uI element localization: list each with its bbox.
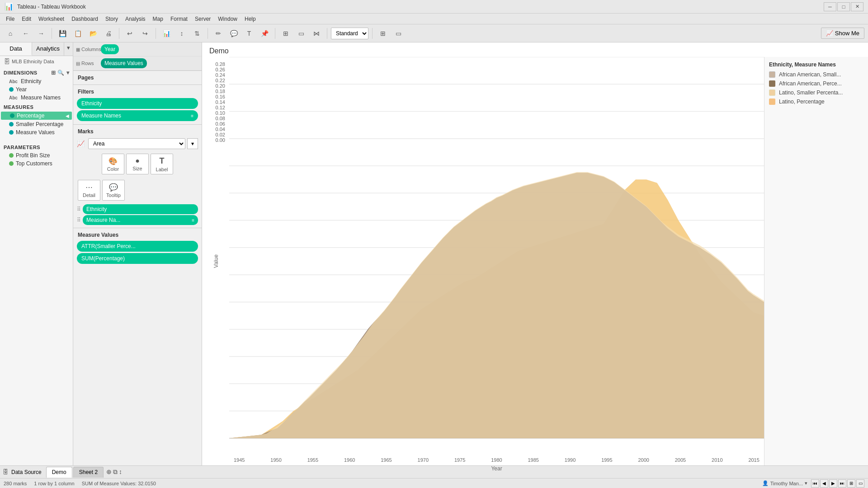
- close-button[interactable]: ✕: [851, 2, 863, 11]
- share-button[interactable]: ⋈: [310, 27, 323, 40]
- add-tab-icon[interactable]: ⊕: [106, 468, 112, 476]
- menu-server[interactable]: Server: [191, 15, 214, 23]
- pin-button[interactable]: 📌: [258, 27, 271, 40]
- presentation-button[interactable]: ▭: [294, 27, 308, 40]
- forward-button[interactable]: →: [34, 27, 48, 40]
- status-user[interactable]: 👤 Timothy Man... ▾: [762, 480, 807, 486]
- grid-icon[interactable]: ⊞: [51, 70, 56, 76]
- caption-button[interactable]: ▭: [392, 27, 405, 40]
- detail-button[interactable]: ⋯ Detail: [78, 180, 100, 201]
- nav-next-button[interactable]: ▶: [829, 479, 837, 488]
- dimension-ethnicity[interactable]: Abc Ethnicity: [0, 77, 73, 85]
- legend-item-2: Latino, Smaller Percenta...: [769, 89, 863, 96]
- measure-measure-values[interactable]: Measure Values: [0, 128, 73, 136]
- measure-values-section: Measure Values ATTR(Smaller Perce... SUM…: [73, 228, 202, 267]
- data-source-item[interactable]: 🗄 MLB Ethnicity Data: [0, 56, 73, 67]
- marks-ethnicity-pill[interactable]: Ethnicity: [83, 204, 198, 214]
- dot-icon-top-customers: [9, 161, 14, 166]
- toolbar-sep-6: [327, 28, 327, 39]
- menu-format[interactable]: Format: [167, 15, 191, 23]
- sort-asc-button[interactable]: ↕: [175, 27, 189, 40]
- nav-last-button[interactable]: ⏭: [838, 479, 846, 488]
- filter-measure-names[interactable]: Measure Names ≡: [77, 110, 198, 121]
- show-me-button[interactable]: 📈 Show Me: [821, 28, 864, 39]
- chart-type-button[interactable]: 📊: [160, 27, 173, 40]
- label-button[interactable]: T: [242, 27, 256, 40]
- marks-measure-names-label: Measure Na...: [86, 217, 120, 223]
- grid-button[interactable]: ⊞: [376, 27, 390, 40]
- filter-ethnicity[interactable]: Ethnicity: [77, 98, 198, 109]
- title-bar: 📊 Tableau - Tableau Workbook ─ □ ✕: [0, 0, 868, 14]
- abc-icon-ethnicity: Abc: [9, 79, 18, 84]
- duplicate-tab-icon[interactable]: ⧉: [113, 468, 118, 476]
- dimension-year[interactable]: Year: [0, 85, 73, 94]
- nav-grid-button[interactable]: ⊞: [847, 479, 855, 488]
- menu-window[interactable]: Window: [214, 15, 241, 23]
- dot-icon-profit-bin: [9, 153, 14, 158]
- open-button[interactable]: 📂: [86, 27, 100, 40]
- minimize-button[interactable]: ─: [824, 2, 836, 11]
- mv-sum-percentage[interactable]: SUM(Percentage): [77, 253, 198, 264]
- search-icon[interactable]: 🔍: [57, 70, 65, 76]
- sort-desc-button[interactable]: ⇅: [190, 27, 204, 40]
- tooltip-button[interactable]: 💬: [227, 27, 241, 40]
- x-1950: 1950: [270, 457, 281, 463]
- toolbar: ⌂ ← → 💾 📋 📂 🖨 ↩ ↪ 📊 ↕ ⇅ ✏ 💬 T 📌 ⊞ ▭ ⋈ St…: [0, 24, 868, 42]
- nav-present-button[interactable]: ▭: [856, 479, 864, 488]
- undo-button[interactable]: ↩: [123, 27, 137, 40]
- menu-edit[interactable]: Edit: [18, 15, 35, 23]
- tab-data[interactable]: Data: [0, 42, 32, 56]
- data-source-tab[interactable]: Data Source: [11, 469, 42, 475]
- data-source-icon[interactable]: 🗄: [3, 469, 9, 475]
- maximize-button[interactable]: □: [837, 2, 850, 11]
- x-1980: 1980: [491, 457, 502, 463]
- marks-type-select[interactable]: Area: [88, 138, 185, 149]
- y-axis-values: 0.28 0.26 0.24 0.22 0.20 0.18 0.16 0.14 …: [202, 57, 227, 159]
- menu-story[interactable]: Story: [102, 15, 122, 23]
- menu-analysis[interactable]: Analysis: [122, 15, 149, 23]
- nav-prev-button[interactable]: ◀: [820, 479, 828, 488]
- window-controls: ─ □ ✕: [824, 2, 863, 11]
- nav-first-button[interactable]: ⏮: [811, 479, 819, 488]
- menu-dashboard[interactable]: Dashboard: [68, 15, 102, 23]
- drag-dots-measure-names: ⠿: [77, 217, 81, 223]
- measure-percentage[interactable]: Percentage ◀: [1, 112, 72, 120]
- y-val-016: 0.16: [206, 94, 225, 99]
- sidebar-options-icon[interactable]: ▾: [64, 42, 73, 56]
- fit-button[interactable]: ⊞: [279, 27, 292, 40]
- menu-file[interactable]: File: [2, 15, 18, 23]
- sort-tab-icon[interactable]: ↕: [119, 468, 122, 476]
- marks-type-dropdown[interactable]: ▾: [187, 138, 198, 149]
- chart-area: Demo Value 0.28 0.26 0.24 0.22 0.20 0.18…: [202, 42, 868, 465]
- home-button[interactable]: ⌂: [4, 27, 17, 40]
- save-button[interactable]: 💾: [56, 27, 69, 40]
- menu-map[interactable]: Map: [149, 15, 167, 23]
- field-name-measure-vals: Measure Values: [16, 129, 55, 136]
- marks-measure-names-pill[interactable]: Measure Na... ≡: [83, 215, 198, 225]
- menu-worksheet[interactable]: Worksheet: [35, 15, 68, 23]
- measure-smaller-percentage[interactable]: Smaller Percentage: [0, 120, 73, 128]
- redo-button[interactable]: ↪: [138, 27, 152, 40]
- print-button[interactable]: 🖨: [102, 27, 115, 40]
- year-pill[interactable]: Year: [101, 44, 119, 54]
- param-profit-bin[interactable]: Profit Bin Size: [0, 151, 73, 160]
- tab-sheet2[interactable]: Sheet 2: [73, 467, 104, 478]
- tooltip-button-marks[interactable]: 💬 Tooltip: [102, 180, 125, 201]
- color-button[interactable]: 🎨 Color: [102, 154, 124, 174]
- tab-analytics[interactable]: Analytics: [32, 42, 64, 56]
- new-button[interactable]: 📋: [71, 27, 85, 40]
- dimension-measure-names[interactable]: Abc Measure Names: [0, 94, 73, 102]
- highlight-button[interactable]: ✏: [212, 27, 225, 40]
- menu-help[interactable]: Help: [241, 15, 259, 23]
- size-button[interactable]: ● Size: [126, 154, 149, 174]
- mv-attr-smaller[interactable]: ATTR(Smaller Perce...: [77, 241, 198, 252]
- tab-demo[interactable]: Demo: [46, 467, 72, 478]
- area-chart-icon: 📈: [77, 140, 85, 147]
- expand-icon[interactable]: ▾: [66, 70, 70, 76]
- standard-dropdown[interactable]: Standard: [331, 28, 368, 39]
- measure-values-pill[interactable]: Measure Values: [101, 58, 147, 68]
- param-top-customers[interactable]: Top Customers: [0, 160, 73, 168]
- label-button-marks[interactable]: T Label: [151, 154, 173, 174]
- back-button[interactable]: ←: [19, 27, 33, 40]
- legend-swatch-1: [769, 80, 775, 87]
